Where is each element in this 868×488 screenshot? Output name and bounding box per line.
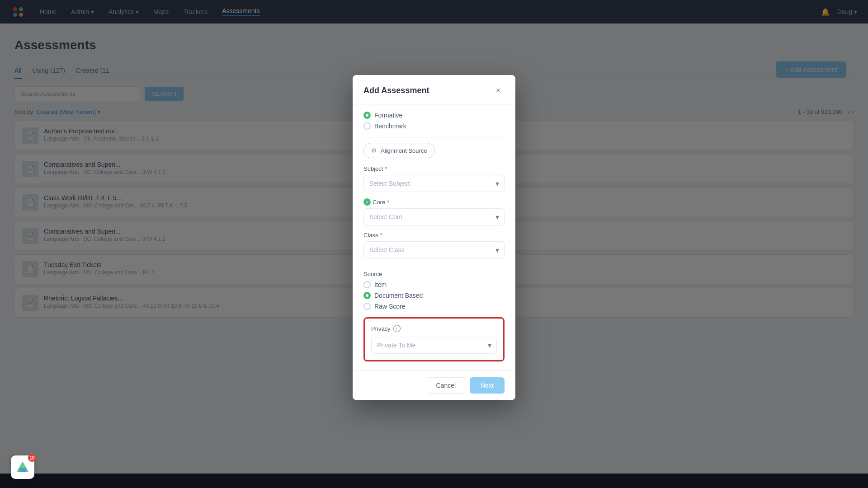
subject-select-wrapper: Select Subject — [363, 175, 505, 192]
alignment-source-label: Alignment Source — [381, 147, 427, 154]
core-label: ✓ Core * — [363, 198, 505, 206]
subject-select[interactable]: Select Subject — [363, 175, 505, 192]
privacy-select[interactable]: Private To Me — [371, 337, 497, 354]
class-select[interactable]: Select Class — [363, 241, 505, 258]
divider — [363, 137, 505, 137]
cancel-button[interactable]: Cancel — [427, 377, 466, 394]
source-document-radio[interactable]: Document Based — [363, 292, 505, 299]
next-button[interactable]: Next — [470, 377, 505, 394]
source-item-label: Item — [374, 281, 387, 288]
source-rawscore-label: Raw Score — [374, 303, 405, 310]
class-group: Class * Select Class — [363, 232, 505, 258]
modal-title: Add Assessment — [363, 86, 429, 95]
app-icon[interactable]: 10 — [11, 455, 34, 479]
source-section: Source Item Document Based Raw Score — [363, 271, 505, 310]
app-logo-icon — [16, 460, 29, 474]
assessment-type-group: Formative Benchmark — [363, 112, 505, 130]
info-icon[interactable]: i — [393, 325, 401, 332]
source-rawscore-radio[interactable]: Raw Score — [363, 303, 505, 310]
source-label: Source — [363, 271, 505, 277]
core-select[interactable]: Select Core — [363, 208, 505, 225]
radio-formative-label: Formative — [374, 112, 402, 119]
modal-body: Formative Benchmark ⚙ Alignment Source S… — [353, 104, 515, 371]
radio-benchmark[interactable]: Benchmark — [363, 122, 505, 130]
radio-rawscore-circle — [363, 303, 371, 310]
privacy-header: Privacy i — [371, 325, 497, 332]
required-indicator: * — [385, 165, 387, 172]
class-select-wrapper: Select Class — [363, 241, 505, 258]
core-check-icon: ✓ — [363, 198, 371, 206]
gear-icon: ⚙ — [371, 147, 377, 154]
class-label: Class * — [363, 232, 505, 239]
radio-formative-circle — [363, 112, 371, 119]
close-button[interactable]: × — [492, 84, 505, 97]
required-indicator: * — [387, 199, 389, 206]
subject-group: Subject * Select Subject — [363, 165, 505, 192]
radio-benchmark-circle — [363, 122, 371, 130]
alignment-source-button[interactable]: ⚙ Alignment Source — [363, 143, 435, 158]
privacy-select-wrapper: Private To Me — [371, 337, 497, 354]
source-item-radio[interactable]: Item — [363, 281, 505, 288]
privacy-section: Privacy i Private To Me — [363, 317, 505, 361]
add-assessment-modal: Add Assessment × Formative Benchmark ⚙ A… — [353, 75, 515, 400]
radio-benchmark-label: Benchmark — [374, 122, 406, 130]
radio-formative[interactable]: Formative — [363, 112, 505, 119]
required-indicator: * — [380, 232, 382, 239]
radio-document-circle — [363, 292, 371, 299]
divider-2 — [363, 265, 505, 265]
source-document-label: Document Based — [374, 292, 423, 299]
core-select-wrapper: Select Core — [363, 208, 505, 225]
svg-rect-1 — [19, 468, 26, 472]
modal-header: Add Assessment × — [353, 75, 515, 104]
privacy-label: Privacy — [371, 325, 391, 332]
core-group: ✓ Core * Select Core — [363, 198, 505, 225]
modal-footer: Cancel Next — [353, 371, 515, 400]
app-icon-badge: 10 — [28, 454, 36, 462]
subject-label: Subject * — [363, 165, 505, 172]
radio-item-circle — [363, 281, 371, 288]
